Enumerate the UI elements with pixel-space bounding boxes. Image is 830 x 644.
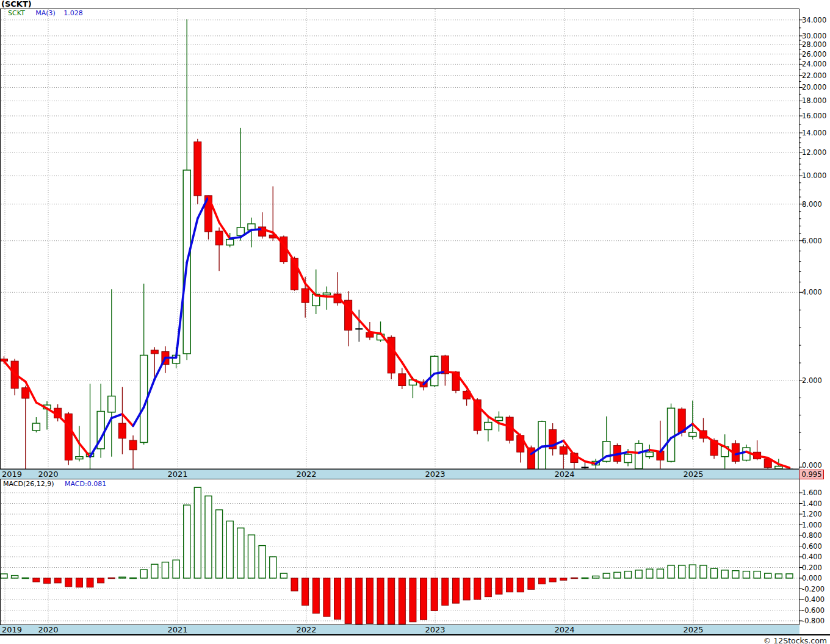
year-label: 2023 — [425, 470, 446, 479]
legend-ma-value: 1.028 — [63, 9, 83, 17]
macd-legend: MACD(26,12,9) MACD:0.081 — [3, 480, 106, 488]
price-axis-label: 28.000 — [802, 40, 826, 49]
macd-axis-label: 0.200 — [802, 564, 822, 572]
price-axis-label: 2.000 — [802, 376, 822, 385]
macd-axis-label: 1.400 — [802, 499, 822, 508]
price-axis-label: 8.000 — [802, 200, 822, 209]
price-x-axis-strip: 2019202020212022202320242025 — [0, 469, 799, 479]
page-title: (SCKT) — [1, 0, 32, 9]
footer-divider — [0, 634, 830, 635]
year-label: 2019 — [2, 470, 22, 479]
footer-credit: © 12Stocks.com — [763, 636, 827, 644]
price-axis-label: 6.000 — [802, 237, 822, 245]
price-axis-label: 4.000 — [802, 288, 822, 296]
year-label: 2019 — [2, 626, 22, 634]
year-label: 2024 — [554, 470, 575, 479]
year-label: 2025 — [683, 626, 704, 634]
price-legend: SCKT MA(3) 1.028 — [8, 9, 83, 17]
year-label: 2021 — [167, 626, 188, 634]
price-axis-label: 26.000 — [802, 50, 826, 59]
year-label: 2022 — [296, 626, 317, 634]
macd-axis-label: -0.400 — [802, 595, 825, 604]
price-axis-label: 20.000 — [802, 83, 826, 91]
macd-axis-label: 1.000 — [802, 521, 822, 529]
macd-axis-label: -0.800 — [802, 617, 825, 625]
price-axis-label: 12.000 — [802, 148, 826, 157]
price-axis-label: 14.000 — [802, 129, 826, 137]
macd-x-axis-strip: 2019202020212022202320242025 — [0, 624, 799, 635]
macd-axis-label: -0.600 — [802, 606, 825, 615]
chart-canvas — [0, 0, 830, 644]
price-axis-label: 18.000 — [802, 96, 826, 105]
price-axis-label: 22.000 — [802, 71, 826, 80]
macd-axis-label: 0.000 — [802, 574, 822, 582]
macd-axis-label: -0.200 — [802, 585, 825, 593]
year-label: 2021 — [167, 470, 188, 479]
year-label: 2022 — [296, 470, 317, 479]
last-price-badge: 0.995 — [799, 470, 824, 479]
price-axis-label: 24.000 — [802, 60, 826, 68]
macd-axis-label: 0.400 — [802, 553, 822, 561]
legend-symbol: SCKT — [8, 9, 25, 17]
year-label: 2020 — [38, 470, 59, 479]
macd-axis-label: 0.600 — [802, 542, 822, 551]
price-axis-label: 34.000 — [802, 16, 826, 24]
year-label: 2023 — [425, 626, 446, 634]
year-label: 2025 — [683, 470, 704, 479]
legend-ma-label: MA(3) — [35, 9, 56, 17]
year-label: 2024 — [554, 626, 575, 634]
macd-axis-label: 1.600 — [802, 488, 822, 497]
macd-axis-label: 0.800 — [802, 531, 822, 540]
price-axis-label: 30.000 — [802, 32, 826, 40]
macd-axis-label: 1.200 — [802, 510, 822, 518]
macd-legend-label: MACD(26,12,9) — [3, 480, 54, 488]
macd-legend-value: MACD:0.081 — [65, 480, 106, 488]
year-label: 2020 — [38, 626, 59, 634]
price-axis-label: 16.000 — [802, 112, 826, 120]
price-axis-label: 10.000 — [802, 171, 826, 180]
chart-page: (SCKT) SCKT MA(3) 1.028 MACD(26,12,9) MA… — [0, 0, 830, 644]
price-axis-label: 0.000 — [802, 461, 822, 470]
